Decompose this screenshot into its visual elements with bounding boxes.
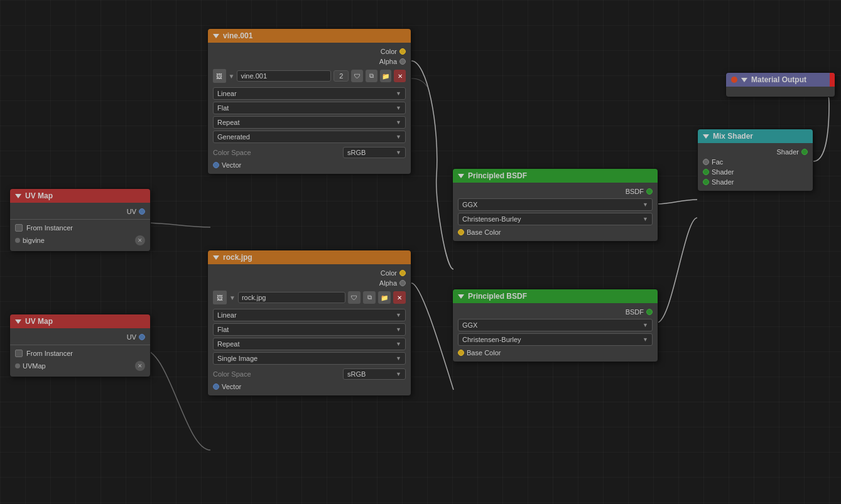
pbsdf-1-bsdf-socket[interactable]: [646, 188, 653, 195]
rock-color-space-chevron: ▼: [396, 371, 401, 377]
pbsdf-1-header: Principled BSDF: [453, 169, 658, 183]
rock-repeat-label: Repeat: [217, 340, 239, 348]
from-instancer-checkbox-1[interactable]: [15, 224, 23, 232]
mix-shader-s1-socket[interactable]: [703, 169, 709, 175]
rock-single-image-dropdown[interactable]: Single Image ▼: [213, 352, 406, 365]
rock-repeat-chevron: ▼: [396, 341, 401, 347]
rock-flat-chevron: ▼: [396, 326, 401, 333]
vine-color-space-dropdown[interactable]: sRGB ▼: [343, 147, 406, 158]
pbsdf-1-ggx-dropdown[interactable]: GGX ▼: [458, 198, 653, 211]
pbsdf-1-collapse[interactable]: [458, 174, 464, 178]
rock-image-icon[interactable]: 🖼: [213, 291, 227, 304]
vine-folder-btn[interactable]: 📁: [380, 70, 392, 82]
mix-shader-s2-socket[interactable]: [703, 179, 709, 185]
pbsdf-2-basecolor-socket[interactable]: [458, 350, 464, 356]
vine-dropdown-arrow[interactable]: ▼: [229, 73, 235, 80]
pbsdf-2-header: Principled BSDF: [453, 289, 658, 303]
vine-alpha-socket[interactable]: [399, 58, 406, 65]
rock-node[interactable]: rock.jpg Color Alpha 🖼 ▼ 🛡 ⧉ 📁 ✕ Linear …: [207, 250, 411, 396]
vine-linear-dropdown[interactable]: Linear ▼: [213, 87, 406, 100]
rock-shield-btn[interactable]: 🛡: [348, 291, 361, 304]
rock-color-space-label: Color Space: [213, 370, 338, 378]
tag-remove-2[interactable]: ✕: [135, 361, 145, 371]
vine-copy-btn[interactable]: ⧉: [366, 70, 377, 82]
mix-shader-fac-row: Fac: [698, 157, 813, 167]
rock-dropdown-arrow[interactable]: ▼: [229, 294, 236, 301]
mix-shader-fac-socket[interactable]: [703, 159, 709, 165]
rock-repeat-dropdown[interactable]: Repeat ▼: [213, 338, 406, 350]
collapse-triangle-2[interactable]: [15, 319, 21, 324]
uv-output-row-1: UV: [10, 206, 150, 217]
vine-generated-dropdown[interactable]: Generated ▼: [213, 131, 406, 143]
pbsdf-1-christensen-chevron: ▼: [643, 216, 648, 222]
vine-flat-label: Flat: [217, 104, 229, 112]
vine-flat-dropdown[interactable]: Flat ▼: [213, 102, 406, 114]
mix-shader-title: Mix Shader: [713, 132, 753, 141]
vine-collapse-triangle[interactable]: [213, 34, 219, 38]
material-output-dot: [731, 77, 737, 83]
vine-shield-btn[interactable]: 🛡: [351, 70, 363, 82]
tag-remove-1[interactable]: ✕: [135, 235, 145, 245]
vine-linear-label: Linear: [217, 90, 237, 97]
rock-close-btn[interactable]: ✕: [393, 291, 406, 304]
mix-shader-header: Mix Shader: [698, 129, 813, 143]
rock-alpha-row: Alpha: [208, 278, 411, 288]
rock-flat-dropdown[interactable]: Flat ▼: [213, 323, 406, 336]
vine-node-title: vine.001: [223, 31, 252, 40]
rock-flat-label: Flat: [217, 326, 229, 333]
vine-vector-row: Vector: [208, 160, 411, 170]
rock-vector-label: Vector: [222, 383, 241, 390]
rock-vector-socket[interactable]: [213, 383, 219, 390]
mix-shader-out-socket[interactable]: [801, 149, 808, 155]
rock-collapse-triangle[interactable]: [213, 255, 219, 260]
pbsdf-2-ggx-dropdown[interactable]: GGX ▼: [458, 319, 653, 331]
uv-map-node-1[interactable]: UV Map UV From Instancer bigvine ✕: [9, 188, 151, 252]
pbsdf-1-christensen-dropdown[interactable]: Christensen-Burley ▼: [458, 213, 653, 225]
pbsdf-1-title: Principled BSDF: [468, 171, 527, 180]
pbsdf-1-christensen-label: Christensen-Burley: [462, 215, 521, 223]
vine-image-icon[interactable]: 🖼: [213, 69, 226, 83]
vine-node[interactable]: vine.001 Color Alpha 🖼 ▼ 2 🛡 ⧉ 📁 ✕ Linea…: [207, 28, 411, 174]
rock-alpha-socket[interactable]: [399, 280, 406, 286]
vine-close-btn[interactable]: ✕: [394, 70, 406, 82]
uv-socket-1[interactable]: [139, 208, 145, 215]
vine-generated-chevron: ▼: [396, 134, 401, 140]
pbsdf-2-basecolor-label: Base Color: [467, 349, 501, 357]
rock-color-socket[interactable]: [399, 270, 406, 276]
uv-map-node-2[interactable]: UV Map UV From Instancer UVMap ✕: [9, 314, 151, 377]
from-instancer-checkbox-2[interactable]: [15, 350, 23, 357]
rock-single-image-chevron: ▼: [396, 355, 401, 362]
pbsdf-node-2[interactable]: Principled BSDF BSDF GGX ▼ Christensen-B…: [452, 289, 658, 362]
collapse-triangle-1[interactable]: [15, 194, 21, 198]
pbsdf-1-basecolor-socket[interactable]: [458, 229, 464, 235]
pbsdf-2-bsdf-socket[interactable]: [646, 309, 653, 315]
vine-repeat-label: Repeat: [217, 119, 239, 126]
material-output-node[interactable]: Material Output: [725, 72, 835, 97]
rock-color-space-dropdown[interactable]: sRGB ▼: [343, 368, 406, 380]
vine-vector-socket[interactable]: [213, 162, 219, 168]
rock-copy-btn[interactable]: ⧉: [363, 291, 376, 304]
rock-linear-dropdown[interactable]: Linear ▼: [213, 309, 406, 321]
vine-repeat-dropdown[interactable]: Repeat ▼: [213, 116, 406, 129]
mix-shader-node[interactable]: Mix Shader Shader Fac Shader Shader: [697, 129, 813, 191]
mix-shader-collapse[interactable]: [703, 134, 709, 139]
pbsdf-node-1[interactable]: Principled BSDF BSDF GGX ▼ Christensen-B…: [452, 168, 658, 242]
mix-shader-s1-row: Shader: [698, 167, 813, 177]
material-output-collapse[interactable]: [741, 78, 747, 82]
rock-vector-row: Vector: [208, 382, 411, 392]
rock-node-header: rock.jpg: [208, 250, 411, 264]
vine-color-socket[interactable]: [399, 48, 406, 55]
vine-color-row: Color: [208, 46, 411, 56]
uv-socket-2[interactable]: [139, 334, 145, 340]
rock-folder-btn[interactable]: 📁: [378, 291, 391, 304]
rock-color-space-row: Color Space sRGB ▼: [208, 367, 411, 382]
vine-flat-chevron: ▼: [396, 105, 401, 111]
vine-color-label: Color: [381, 48, 397, 55]
vine-name-input[interactable]: [237, 70, 331, 82]
rock-name-input[interactable]: [238, 292, 345, 303]
pbsdf-2-collapse[interactable]: [458, 294, 464, 299]
vine-vector-label: Vector: [222, 161, 241, 169]
pbsdf-2-christensen-dropdown[interactable]: Christensen-Burley ▼: [458, 333, 653, 346]
from-instancer-label-1: From Instancer: [26, 224, 73, 232]
tag-row-2: UVMap ✕: [10, 359, 150, 373]
